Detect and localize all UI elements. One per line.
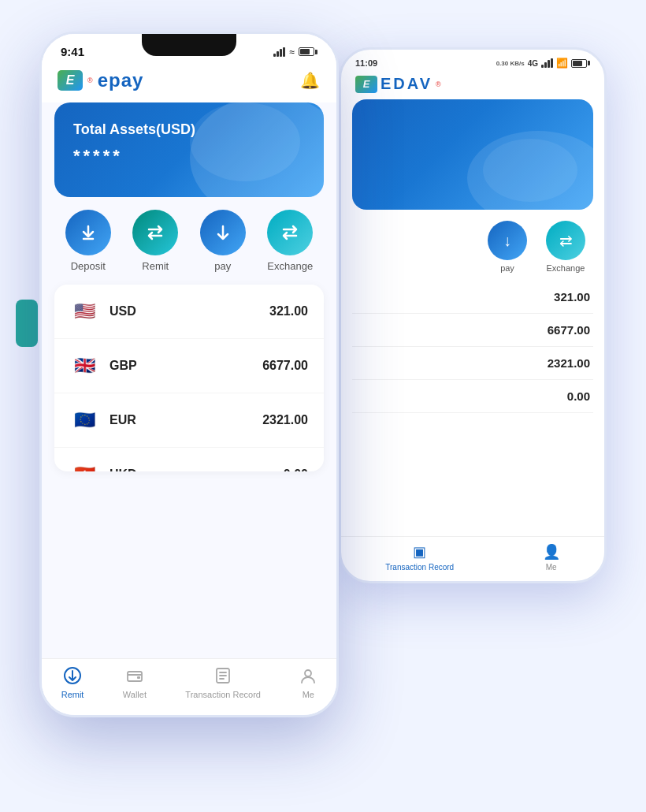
remit-label: Remit <box>142 260 169 272</box>
edav-brand-text: EDAV <box>381 75 433 93</box>
back-me-label: Me <box>546 563 557 572</box>
card-wave-2 <box>483 139 577 202</box>
bell-icon[interactable]: 🔔 <box>299 69 321 91</box>
back-status-bar: 11:09 0.30 KB/s 4G 📶 <box>341 50 604 72</box>
back-exchange-icon: ⇄ <box>546 221 585 260</box>
action-pay[interactable]: pay <box>200 210 246 272</box>
front-status-icons: ≈ <box>273 47 317 58</box>
action-exchange[interactable]: Exchange <box>267 210 313 272</box>
back-currency-row-2[interactable]: 2321.00 <box>352 347 593 380</box>
currency-row-usd[interactable]: 🇺🇸 USD 321.00 <box>54 285 324 339</box>
front-signal-icon <box>273 47 285 57</box>
back-amount-3: 0.00 <box>567 389 590 403</box>
back-action-pay[interactable]: ↓ pay <box>488 221 527 273</box>
back-time: 11:09 <box>355 58 377 68</box>
deposit-label: Deposit <box>71 260 106 272</box>
svg-rect-3 <box>137 676 140 679</box>
currency-row-eur[interactable]: 🇪🇺 EUR 2321.00 <box>54 393 324 448</box>
back-pay-icon: ↓ <box>488 221 527 260</box>
front-battery-icon <box>299 47 317 56</box>
front-time: 9:41 <box>61 45 84 58</box>
svg-rect-2 <box>128 672 142 681</box>
epay-brand-text: epay <box>98 69 144 91</box>
back-currency-list: 321.00 6677.00 2321.00 0.00 <box>341 281 604 536</box>
currency-row-hkd[interactable]: 🇭🇰 HKD 0.00 <box>54 448 324 471</box>
back-currency-row-3[interactable]: 0.00 <box>352 380 593 413</box>
remit-icon <box>132 210 178 255</box>
back-me-icon: 👤 <box>543 543 560 561</box>
exchange-label: Exchange <box>267 260 313 272</box>
battery-icon <box>571 59 590 68</box>
action-deposit[interactable]: Deposit <box>65 210 111 272</box>
exchange-icon <box>267 210 313 255</box>
usd-flag-icon: 🇺🇸 <box>70 297 98 326</box>
back-currency-row-1[interactable]: 6677.00 <box>352 314 593 347</box>
back-actions: ↓ pay ⇄ Exchange <box>341 218 604 281</box>
eur-name: EUR <box>110 413 262 427</box>
gbp-amount: 6677.00 <box>262 359 308 373</box>
wifi-icon: 📶 <box>556 58 568 69</box>
back-amount-2: 2321.00 <box>548 356 590 370</box>
nav-remit-label: Remit <box>61 690 84 699</box>
bottom-nav: Remit Wallet <box>42 658 336 715</box>
deposit-icon <box>65 210 111 255</box>
scene: 11:09 0.30 KB/s 4G 📶 <box>0 0 646 812</box>
nav-transaction-icon <box>214 667 232 687</box>
back-header: E EDAV ® <box>341 72 604 99</box>
usd-amount: 321.00 <box>269 304 308 318</box>
gbp-name: GBP <box>110 359 262 373</box>
signal-icon <box>541 58 553 68</box>
eur-flag-icon: 🇪🇺 <box>70 406 98 434</box>
action-remit[interactable]: Remit <box>132 210 178 272</box>
epay-registered-mark: ® <box>87 76 93 84</box>
asset-wave-2 <box>190 102 300 181</box>
back-action-exchange[interactable]: ⇄ Exchange <box>546 221 585 273</box>
back-bottom-nav: ▣ Transaction Record 👤 Me <box>341 536 604 581</box>
epay-logo-icon: E <box>58 70 83 91</box>
phone-back: 11:09 0.30 KB/s 4G 📶 <box>339 47 607 583</box>
back-exchange-label: Exchange <box>547 263 585 273</box>
back-nav-transaction[interactable]: ▣ Transaction Record <box>385 543 454 572</box>
back-currency-row-0[interactable]: 321.00 <box>352 281 593 314</box>
currency-list: 🇺🇸 USD 321.00 🇬🇧 GBP 6677.00 🇪🇺 EUR 2321… <box>54 285 324 471</box>
back-transaction-icon: ▣ <box>413 543 426 561</box>
currency-row-gbp[interactable]: 🇬🇧 GBP 6677.00 <box>54 339 324 393</box>
pay-icon <box>200 210 246 255</box>
eur-amount: 2321.00 <box>262 413 308 427</box>
notch <box>142 34 236 56</box>
edav-logo-icon: E <box>355 76 377 93</box>
front-header: E ® epay 🔔 <box>42 61 336 102</box>
back-transaction-label: Transaction Record <box>385 563 454 572</box>
back-amount-0: 321.00 <box>554 290 590 304</box>
nav-transaction-label: Transaction Record <box>185 690 261 699</box>
quick-actions: Deposit Remit pay <box>42 210 336 285</box>
phone-front: 9:41 ≈ E ® <box>39 32 339 717</box>
nav-me-label: Me <box>303 690 314 699</box>
side-pill <box>16 300 38 347</box>
asset-card: Total Assets(USD) ***** <box>54 102 324 197</box>
back-card <box>352 99 593 210</box>
nav-transaction[interactable]: Transaction Record <box>185 667 261 699</box>
nav-wallet-label: Wallet <box>123 690 147 699</box>
edav-logo: E EDAV ® <box>355 75 441 93</box>
nav-me-icon <box>299 667 317 687</box>
gbp-flag-icon: 🇬🇧 <box>70 352 98 380</box>
hkd-flag-icon: 🇭🇰 <box>70 460 98 471</box>
usd-name: USD <box>110 304 269 318</box>
nav-wallet[interactable]: Wallet <box>123 667 147 699</box>
pay-label: pay <box>214 260 231 272</box>
nav-me[interactable]: Me <box>299 667 317 699</box>
back-nav-me[interactable]: 👤 Me <box>543 543 560 572</box>
edav-registered: ® <box>436 80 441 88</box>
epay-logo: E ® epay <box>58 69 143 91</box>
back-network: 4G <box>528 59 538 68</box>
back-status-right: 0.30 KB/s 4G 📶 <box>496 58 590 69</box>
back-amount-1: 6677.00 <box>548 323 590 337</box>
front-wifi-icon: ≈ <box>289 47 295 58</box>
nav-remit[interactable]: Remit <box>61 667 84 699</box>
back-data-speed: 0.30 KB/s <box>496 60 525 67</box>
nav-remit-icon <box>64 667 81 687</box>
back-pay-label: pay <box>500 263 514 273</box>
svg-point-5 <box>305 670 311 676</box>
nav-wallet-icon <box>126 667 143 687</box>
